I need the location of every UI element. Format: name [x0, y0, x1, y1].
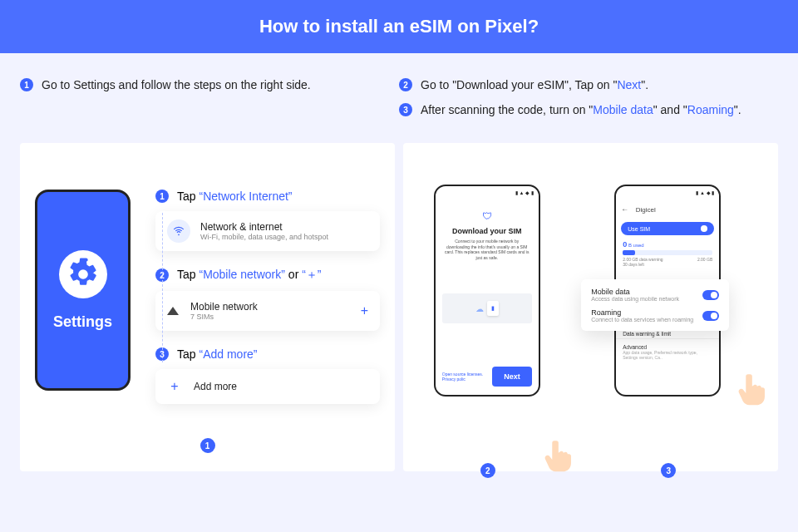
t3a: After scanning the code, turn on "	[421, 103, 593, 116]
roaming-label: Roaming	[591, 308, 693, 317]
s2hl2: “＋”	[302, 268, 321, 281]
t3b: ".	[734, 103, 741, 116]
wifi-icon	[167, 219, 190, 243]
mobile-data-label: Mobile data	[591, 288, 679, 296]
step-badge-2: 2	[399, 78, 412, 91]
mobile-data-card: Mobile data Access data using mobile net…	[581, 279, 729, 331]
used-label: B used	[628, 243, 644, 248]
phone-mock-2-wrap: ▮ ▲ ◆ ▮ 🛡 Download your SIM Connect to y…	[434, 185, 567, 455]
step-2: 2 Tap “Mobile network” or “＋” Mobile net…	[155, 268, 380, 331]
instruction-item-3: 3 After scanning the code, turn on "Mobi…	[399, 103, 778, 116]
settings-label: Settings	[53, 313, 112, 331]
card2-sub: 7 SIMs	[190, 313, 258, 321]
network-internet-card[interactable]: Network & internet Wi-Fi, mobile, data u…	[155, 211, 380, 251]
toggle-on-icon[interactable]	[702, 290, 719, 300]
t2hl: Next	[617, 78, 641, 91]
panel-left: Settings 1 Tap “Network Internet” Networ…	[20, 143, 395, 471]
s3hl: “Add more”	[199, 347, 257, 361]
data-usage-bar	[623, 250, 712, 255]
instruction-row: 1 Go to Settings and follow the steps on…	[0, 53, 798, 143]
s2pre: Tap	[177, 268, 199, 281]
steps-connector-line	[162, 213, 163, 362]
page-title: How to install an eSIM on Pixel?	[259, 16, 539, 37]
card2-title: Mobile network	[190, 301, 258, 313]
step-badge-3: 3	[399, 103, 412, 116]
instruction-left: 1 Go to Settings and follow the steps on…	[20, 78, 399, 128]
panel-badge-1: 1	[200, 438, 215, 453]
page-header: How to install an eSIM on Pixel?	[0, 0, 798, 53]
signal-icon	[167, 307, 179, 315]
roaming-sub: Connect to data services when roaming	[591, 317, 693, 323]
cloud-illustration: ☁ ▮	[442, 293, 532, 323]
s1hl: “Network Internet”	[199, 190, 292, 203]
step-badge-1: 1	[20, 78, 33, 91]
s2hl: “Mobile network”	[199, 268, 284, 281]
data-limit: 2.00 GB	[697, 257, 712, 267]
status-bar: ▮ ▲ ◆ ▮	[436, 186, 539, 199]
step1-text: Tap “Network Internet”	[177, 190, 293, 203]
instruction-text-3: After scanning the code, turn on "Mobile…	[421, 103, 741, 116]
steps-column: 1 Tap “Network Internet” Network & inter…	[155, 190, 380, 421]
row-title: Data warning & limit	[623, 331, 712, 337]
s2post: or	[285, 268, 302, 281]
t3m: " and "	[653, 103, 687, 116]
mobile-network-card[interactable]: Mobile network 7 SIMs +	[155, 291, 380, 331]
plus-icon: +	[167, 379, 182, 394]
card3-title: Add more	[194, 381, 237, 392]
instruction-item-1: 1 Go to Settings and follow the steps on…	[20, 78, 399, 91]
t2b: ".	[641, 78, 648, 91]
panel-right: ▮ ▲ ◆ ▮ 🛡 Download your SIM Connect to y…	[403, 143, 778, 471]
t3hl1: Mobile data	[593, 103, 653, 116]
back-icon[interactable]: ←	[621, 205, 628, 214]
panel-badge-3: 3	[661, 463, 676, 478]
toggle-on-icon[interactable]	[702, 311, 719, 321]
use-sim-toggle[interactable]: Use SIM	[621, 222, 714, 235]
next-button[interactable]: Next	[492, 367, 532, 387]
instruction-right: 2 Go to "Download your eSIM", Tap on "Ne…	[399, 78, 778, 128]
s3pre: Tap	[177, 347, 199, 361]
panels-row: Settings 1 Tap “Network Internet” Networ…	[0, 143, 798, 471]
pointing-hand-icon	[544, 438, 572, 473]
settings-phone-mock: Settings	[35, 190, 131, 391]
toggle-on-icon	[701, 225, 707, 232]
pointing-hand-icon	[737, 372, 766, 406]
carrier-label: Digicel	[636, 206, 656, 214]
policy-link[interactable]: Open source licenses. Privacy polic	[442, 372, 492, 382]
step1-badge: 1	[155, 190, 169, 203]
plus-icon[interactable]: +	[361, 303, 368, 318]
s1pre: Tap	[177, 190, 199, 203]
step2-text: Tap “Mobile network” or “＋”	[177, 268, 322, 283]
phone-mock-3-wrap: ▮ ▲ ◆ ▮ ← Digicel Use SIM 0 B used 2.00 …	[614, 185, 747, 455]
roaming-toggle-row[interactable]: Roaming Connect to data services when ro…	[591, 308, 719, 323]
used-value: 0	[623, 240, 627, 249]
instruction-text-1-pre: Go to Settings and follow the steps on t…	[42, 78, 311, 91]
instruction-text-1: Go to Settings and follow the steps on t…	[42, 78, 311, 91]
add-more-card[interactable]: + Add more	[155, 369, 380, 404]
cloud-icon: ☁	[475, 304, 484, 313]
card1-sub: Wi-Fi, mobile, data usage, and hotspot	[200, 233, 328, 241]
use-sim-label: Use SIM	[628, 226, 650, 232]
instruction-item-2: 2 Go to "Download your eSIM", Tap on "Ne…	[399, 78, 778, 91]
download-sim-title: Download your SIM	[442, 227, 532, 235]
download-sim-desc: Connect to your mobile network by downlo…	[442, 239, 532, 260]
row-sub: App data usage, Preferred network type, …	[623, 350, 712, 360]
gear-icon	[59, 250, 107, 298]
advanced-row[interactable]: Advanced App data usage, Preferred netwo…	[616, 338, 719, 362]
t3hl2: Roaming	[687, 103, 734, 116]
step-1: 1 Tap “Network Internet” Network & inter…	[155, 190, 380, 251]
panel-badge-2: 2	[480, 463, 495, 478]
card1-title: Network & internet	[200, 221, 328, 233]
mobile-data-sub: Access data using mobile network	[591, 296, 679, 302]
instruction-text-2: Go to "Download your eSIM", Tap on "Next…	[421, 78, 648, 91]
sim-chip-icon: ▮	[487, 301, 499, 316]
mobile-data-toggle-row[interactable]: Mobile data Access data using mobile net…	[591, 288, 719, 302]
t2a: Go to "Download your eSIM", Tap on "	[421, 78, 617, 91]
status-bar: ▮ ▲ ◆ ▮	[616, 186, 719, 199]
step3-text: Tap “Add more”	[177, 347, 258, 361]
row-title: Advanced	[623, 344, 712, 350]
phone-mock-2: ▮ ▲ ◆ ▮ 🛡 Download your SIM Connect to y…	[434, 185, 540, 397]
shield-icon: 🛡	[442, 210, 532, 222]
step-3: 3 Tap “Add more” + Add more	[155, 347, 380, 404]
days-left: 30 days left	[623, 262, 644, 267]
